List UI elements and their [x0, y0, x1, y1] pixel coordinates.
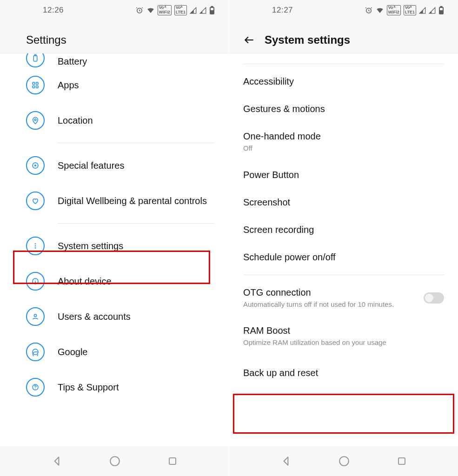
row-label: System settings — [58, 240, 123, 252]
nav-bar — [0, 446, 229, 476]
row-ram-boost[interactable]: RAM Boost Optimize RAM utilization based… — [229, 317, 458, 356]
row-one-handed-mode[interactable]: One-handed mode Off — [229, 123, 458, 161]
page-title: System settings — [265, 33, 350, 46]
row-title: Schedule power on/off — [243, 252, 444, 263]
row-backup-reset[interactable]: Back up and reset — [229, 356, 458, 390]
svg-rect-2 — [212, 7, 213, 7]
row-label: Digital Wellbeing & parental controls — [58, 195, 207, 207]
user-icon — [26, 307, 45, 326]
clock: 12:26 — [43, 6, 64, 15]
battery-icon — [26, 53, 45, 67]
settings-list[interactable]: Battery Apps Location Special featur — [0, 53, 229, 446]
row-accessibility[interactable]: Accessibility — [229, 68, 458, 95]
row-title: Screenshot — [243, 197, 444, 208]
alarm-icon — [135, 6, 144, 14]
svg-point-17 — [35, 279, 36, 280]
settings-row-special-features[interactable]: Special features — [0, 148, 229, 183]
settings-row-battery[interactable]: Battery — [0, 53, 229, 67]
svg-rect-26 — [441, 7, 442, 7]
row-title: Screen recording — [243, 225, 444, 235]
row-label: Users & accounts — [58, 311, 131, 323]
signal2-icon — [429, 7, 436, 14]
status-bar: 12:27 VoᐞWiFi2 VoᐞLTE1 — [229, 0, 458, 20]
svg-rect-3 — [211, 11, 213, 13]
nav-home-icon[interactable] — [338, 455, 350, 467]
google-icon — [26, 343, 45, 361]
svg-rect-23 — [169, 458, 176, 464]
help-icon — [26, 378, 45, 397]
vowifi-badge: VoᐞWiFi2 — [158, 5, 172, 15]
row-title: OTG connection — [243, 287, 416, 298]
divider — [243, 64, 444, 64]
star-icon — [26, 156, 45, 175]
settings-row-tips-support[interactable]: Tips & Support — [0, 370, 229, 405]
settings-row-location[interactable]: Location — [0, 103, 229, 138]
signal2-icon — [199, 7, 206, 14]
settings-row-users-accounts[interactable]: Users & accounts — [0, 299, 229, 334]
settings-row-apps[interactable]: Apps — [0, 67, 229, 103]
signal1-icon — [419, 7, 426, 14]
settings-row-digital-wellbeing[interactable]: Digital Wellbeing & parental controls — [0, 183, 229, 218]
row-title: Accessibility — [243, 76, 444, 87]
svg-rect-6 — [33, 82, 35, 85]
row-otg-connection[interactable]: OTG connection Automatically turns off i… — [229, 279, 458, 317]
back-arrow-icon — [243, 34, 255, 46]
svg-rect-7 — [36, 82, 39, 85]
divider — [58, 223, 215, 224]
wifi-icon — [146, 6, 155, 14]
nav-recent-icon[interactable] — [396, 456, 407, 467]
svg-rect-4 — [33, 56, 37, 61]
row-subtitle: Off — [243, 144, 444, 153]
otg-toggle[interactable] — [424, 292, 444, 304]
svg-point-10 — [34, 119, 36, 121]
row-label: Location — [58, 115, 93, 126]
nav-home-icon[interactable] — [109, 455, 121, 467]
settings-row-google[interactable]: Google — [0, 334, 229, 370]
clock: 12:27 — [272, 6, 293, 15]
svg-rect-27 — [440, 11, 443, 13]
row-title: Gestures & motions — [243, 104, 444, 114]
row-screen-recording[interactable]: Screen recording — [229, 216, 458, 244]
nav-recent-icon[interactable] — [167, 456, 178, 467]
svg-point-22 — [110, 456, 119, 466]
divider — [58, 143, 215, 143]
phone-right: 12:27 VoᐞWiFi2 VoᐞLTE1 System settings A… — [229, 0, 458, 476]
page-header: System settings — [229, 20, 458, 53]
volte-badge: VoᐞLTE1 — [174, 5, 187, 15]
row-subtitle: Optimize RAM utilization based on your u… — [243, 338, 444, 347]
heart-icon — [26, 192, 45, 210]
svg-point-14 — [35, 247, 36, 249]
battery-status-icon — [209, 6, 215, 14]
status-icons: VoᐞWiFi2 VoᐞLTE1 — [365, 5, 444, 15]
row-label: Apps — [58, 79, 79, 91]
row-label: Tips & Support — [58, 382, 119, 393]
row-title: One-handed mode — [243, 131, 444, 142]
nav-back-icon[interactable] — [51, 455, 63, 467]
info-icon — [26, 272, 45, 291]
row-label: About device — [58, 276, 112, 287]
svg-point-12 — [35, 243, 36, 245]
apps-icon — [26, 76, 45, 94]
row-screenshot[interactable]: Screenshot — [229, 189, 458, 216]
row-schedule-power[interactable]: Schedule power on/off — [229, 244, 458, 271]
settings-row-system-settings[interactable]: System settings — [0, 228, 229, 264]
divider — [243, 275, 444, 275]
row-label: Google — [58, 346, 88, 358]
row-subtitle: Automatically turns off if not used for … — [243, 300, 416, 309]
svg-point-21 — [35, 389, 36, 390]
svg-rect-8 — [33, 86, 35, 88]
svg-rect-30 — [398, 458, 405, 464]
phone-left: 12:26 VoᐞWiFi2 VoᐞLTE1 Settings Battery — [0, 0, 229, 476]
system-settings-list[interactable]: Accessibility Gestures & motions One-han… — [229, 53, 458, 446]
svg-rect-5 — [35, 55, 36, 56]
row-title: Power Button — [243, 170, 444, 180]
signal1-icon — [190, 7, 197, 14]
nav-back-icon[interactable] — [280, 455, 292, 467]
back-button[interactable] — [243, 34, 255, 46]
settings-row-about-device[interactable]: About device — [0, 264, 229, 299]
location-icon — [26, 111, 45, 130]
svg-rect-9 — [36, 86, 39, 88]
row-power-button[interactable]: Power Button — [229, 161, 458, 189]
battery-status-icon — [438, 6, 444, 14]
row-gestures-motions[interactable]: Gestures & motions — [229, 95, 458, 123]
